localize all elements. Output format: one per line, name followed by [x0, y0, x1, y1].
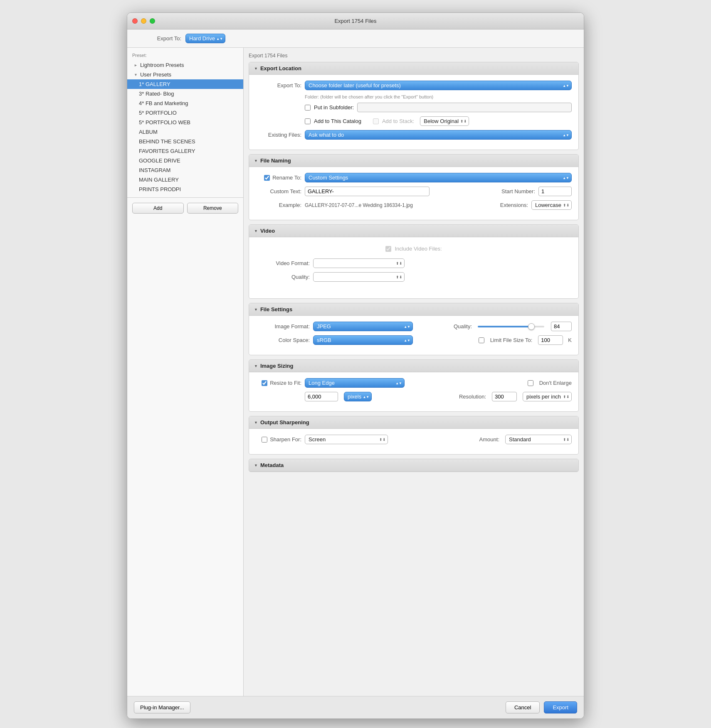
plugin-manager-button[interactable]: Plug-in Manager...: [134, 701, 190, 713]
quality-slider[interactable]: [478, 326, 544, 327]
video-format-select[interactable]: [313, 258, 405, 268]
collapse-icon: ▼: [254, 463, 258, 467]
export-to-folder-select[interactable]: Choose folder later (useful for presets): [305, 81, 572, 90]
output-sharpening-section: ▼ Output Sharpening Sharpen For: Screen: [249, 416, 579, 455]
amount-select[interactable]: Standard: [505, 435, 572, 444]
resize-to-fit-checkbox[interactable]: [262, 380, 267, 386]
pixels-unit-select[interactable]: pixels: [344, 392, 372, 401]
pixels-value-input[interactable]: [305, 392, 338, 401]
subfolder-input[interactable]: [357, 103, 572, 112]
resolution-unit-select[interactable]: pixels per inch: [523, 392, 572, 401]
sidebar-item-main-gallery[interactable]: MAIN GALLERY: [127, 175, 243, 184]
export-to-select-wrap[interactable]: Hard Drive: [185, 34, 225, 43]
video-format-row: Video Format:: [256, 258, 572, 268]
catalog-row: Add to This Catalog Add to Stack: Below …: [256, 116, 572, 126]
export-location-body: Export To: Choose folder later (useful f…: [249, 75, 578, 150]
limit-size-input[interactable]: [538, 335, 563, 345]
output-sharpening-header[interactable]: ▼ Output Sharpening: [249, 416, 578, 429]
export-location-section: ▼ Export Location Export To: Choose fold…: [249, 62, 579, 150]
pixels-unit-select-wrap[interactable]: pixels: [344, 392, 372, 401]
sidebar-item-3-rated-blog[interactable]: 3* Rated- Blog: [127, 89, 243, 98]
add-preset-button[interactable]: Add: [132, 203, 184, 214]
video-quality-select[interactable]: [313, 272, 405, 282]
export-button[interactable]: Export: [544, 701, 577, 713]
remove-preset-button[interactable]: Remove: [187, 203, 239, 214]
export-count-label: Export 1754 Files: [249, 53, 579, 59]
resize-to-fit-select-wrap[interactable]: Long Edge: [305, 378, 405, 388]
file-settings-header[interactable]: ▼ File Settings: [249, 303, 578, 316]
video-header[interactable]: ▼ Video: [249, 225, 578, 237]
extensions-select-wrap[interactable]: Lowercase Uppercase: [531, 200, 572, 210]
cancel-button[interactable]: Cancel: [506, 701, 540, 713]
collapse-icon: ▼: [254, 66, 258, 71]
existing-files-select[interactable]: Ask what to do: [305, 130, 572, 140]
video-format-select-wrap[interactable]: [313, 258, 405, 268]
maximize-button[interactable]: [150, 18, 155, 24]
sharpen-for-select-wrap[interactable]: Screen: [305, 435, 388, 444]
rename-to-checkbox[interactable]: [264, 175, 270, 181]
sidebar-item-favorites-gallery[interactable]: FAVORITES GALLERY: [127, 146, 243, 156]
image-format-select-wrap[interactable]: JPEG: [313, 322, 413, 331]
dont-enlarge-checkbox[interactable]: [528, 380, 533, 386]
amount-select-wrap[interactable]: Standard: [505, 435, 572, 444]
output-sharpening-body: Sharpen For: Screen Amount: Standard: [249, 429, 578, 454]
minimize-button[interactable]: [141, 18, 146, 24]
resolution-unit-select-wrap[interactable]: pixels per inch: [523, 392, 572, 401]
image-sizing-body: Resize to Fit: Long Edge Don't Enlarge: [249, 372, 578, 411]
collapse-icon: ▼: [254, 229, 258, 233]
collapse-icon: ▼: [254, 307, 258, 312]
export-to-folder-select-wrap[interactable]: Choose folder later (useful for presets): [305, 81, 572, 90]
add-to-stack-checkbox[interactable]: [373, 118, 379, 124]
custom-text-row: Custom Text: Start Number:: [256, 187, 572, 196]
include-video-checkbox[interactable]: [385, 246, 391, 252]
color-space-select-wrap[interactable]: sRGB: [313, 335, 413, 345]
resolution-value-input[interactable]: [492, 392, 517, 401]
sidebar-item-behind-scenes[interactable]: BEHIND THE SCENES: [127, 137, 243, 146]
existing-files-select-wrap[interactable]: Ask what to do: [305, 130, 572, 140]
sidebar-item-5-portfolio-web[interactable]: 5* PORTFOLIO WEB: [127, 118, 243, 127]
color-space-select[interactable]: sRGB: [313, 335, 413, 345]
quality-number-input[interactable]: [551, 322, 572, 331]
below-original-select[interactable]: Below Original: [420, 116, 469, 126]
start-number-input[interactable]: [538, 187, 572, 196]
collapse-icon: ▼: [254, 421, 258, 425]
limit-file-size-checkbox[interactable]: [479, 337, 484, 343]
rename-to-select-wrap[interactable]: Custom Settings: [305, 173, 572, 182]
export-dialog: Export 1754 Files Export To: Hard Drive …: [127, 12, 584, 719]
sidebar-item-prints-prodpi[interactable]: PRINTS PRODPI: [127, 184, 243, 194]
image-sizing-header[interactable]: ▼ Image Sizing: [249, 360, 578, 372]
sidebar-item-4-fb-marketing[interactable]: 4* FB and Marketing: [127, 98, 243, 108]
subfolder-row: Put in Subfolder:: [256, 103, 572, 112]
sidebar-item-1-gallery[interactable]: 1* GALLERY: [127, 79, 243, 89]
custom-text-input[interactable]: [305, 187, 430, 196]
add-to-catalog-checkbox[interactable]: [305, 118, 311, 124]
video-body: Include Video Files: Video Format: Quali…: [249, 237, 578, 298]
export-location-header[interactable]: ▼ Export Location: [249, 62, 578, 75]
rename-to-select[interactable]: Custom Settings: [305, 173, 572, 182]
metadata-header[interactable]: ▼ Metadata: [249, 459, 578, 472]
image-format-row: Image Format: JPEG Quality:: [256, 322, 572, 331]
below-original-select-wrap[interactable]: Below Original: [420, 116, 469, 126]
put-in-subfolder-checkbox[interactable]: [305, 105, 311, 111]
file-settings-section: ▼ File Settings Image Format: JPEG Quali…: [249, 303, 579, 355]
image-format-select[interactable]: JPEG: [313, 322, 413, 331]
resize-to-fit-select[interactable]: Long Edge: [305, 378, 405, 388]
export-to-select[interactable]: Hard Drive: [185, 34, 225, 43]
image-sizing-section: ▼ Image Sizing Resize to Fit: Long Edge: [249, 359, 579, 412]
example-value: GALLERY-2017-07-07...e Wedding 186334-1.…: [305, 202, 489, 208]
example-row: Example: GALLERY-2017-07-07...e Wedding …: [256, 200, 572, 210]
right-buttons: Cancel Export: [506, 701, 577, 713]
extensions-select[interactable]: Lowercase Uppercase: [531, 200, 572, 210]
sharpen-for-select[interactable]: Screen: [305, 435, 388, 444]
sidebar-item-google-drive[interactable]: GOOGLE DRIVE: [127, 156, 243, 165]
sidebar-item-instagram[interactable]: INSTAGRAM: [127, 165, 243, 175]
sidebar-item-user-presets[interactable]: ▼ User Presets: [127, 70, 243, 79]
sidebar-item-5-portfolio[interactable]: 5* PORTFOLIO: [127, 108, 243, 118]
video-quality-select-wrap[interactable]: [313, 272, 405, 282]
sidebar-bottom-buttons: Add Remove: [127, 197, 243, 219]
sidebar-item-album[interactable]: ALBUM: [127, 127, 243, 137]
sharpen-checkbox[interactable]: [262, 437, 267, 443]
file-naming-header[interactable]: ▼ File Naming: [249, 155, 578, 167]
sidebar-item-lightroom-presets[interactable]: ► Lightroom Presets: [127, 60, 243, 70]
close-button[interactable]: [132, 18, 138, 24]
